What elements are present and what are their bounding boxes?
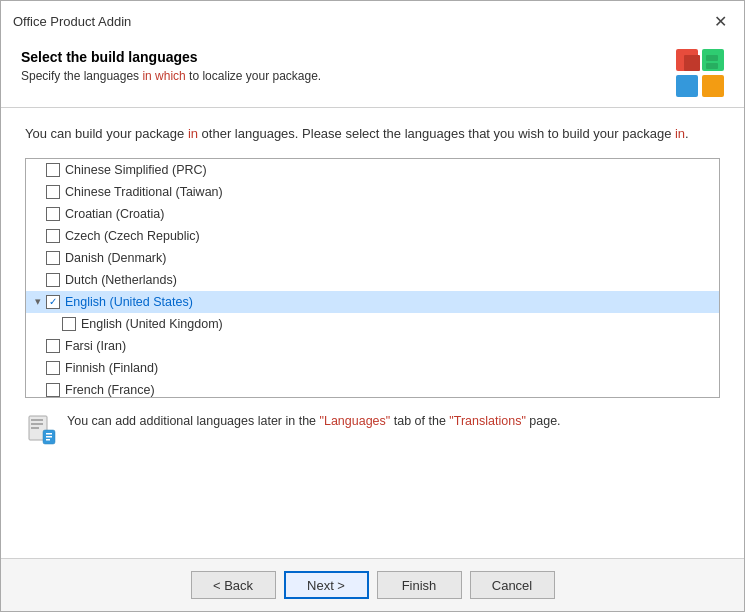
item-label-english-us: English (United States): [65, 295, 193, 309]
hint-section: You can add additional languages later i…: [25, 412, 720, 446]
description: You can build your package in other lang…: [25, 124, 720, 144]
header-title: Select the build languages: [21, 49, 660, 65]
checkbox-french[interactable]: [46, 383, 60, 397]
svg-rect-2: [676, 75, 698, 97]
header-text: Select the build languages Specify the l…: [21, 49, 660, 83]
list-item[interactable]: Danish (Denmark): [26, 247, 719, 269]
footer: < Back Next > Finish Cancel: [1, 558, 744, 611]
item-label-farsi: Farsi (Iran): [65, 339, 126, 353]
svg-rect-3: [702, 75, 724, 97]
list-item-english-us[interactable]: ▾ ✓ English (United States): [26, 291, 719, 313]
title-bar: Office Product Addin ✕: [1, 1, 744, 39]
checkbox-chinese-traditional[interactable]: [46, 185, 60, 199]
svg-rect-4: [684, 55, 700, 71]
back-button[interactable]: < Back: [191, 571, 276, 599]
list-item[interactable]: Dutch (Netherlands): [26, 269, 719, 291]
title-bar-text: Office Product Addin: [13, 14, 131, 29]
finish-button[interactable]: Finish: [377, 571, 462, 599]
list-item[interactable]: Czech (Czech Republic): [26, 225, 719, 247]
item-label-czech: Czech (Czech Republic): [65, 229, 200, 243]
checkbox-english-us[interactable]: ✓: [46, 295, 60, 309]
checkbox-finnish[interactable]: [46, 361, 60, 375]
svg-rect-6: [706, 63, 718, 69]
checkbox-czech[interactable]: [46, 229, 60, 243]
header-subtitle: Specify the languages in which to locali…: [21, 69, 660, 83]
list-item[interactable]: Chinese Traditional (Taiwan): [26, 181, 719, 203]
list-item[interactable]: French (France): [26, 379, 719, 397]
office-icon: [676, 49, 724, 97]
list-item[interactable]: Croatian (Croatia): [26, 203, 719, 225]
item-label-english-uk: English (United Kingdom): [81, 317, 223, 331]
svg-rect-13: [46, 436, 52, 438]
close-button[interactable]: ✕: [708, 9, 732, 33]
next-button[interactable]: Next >: [284, 571, 369, 599]
checkbox-chinese-simplified[interactable]: [46, 163, 60, 177]
item-label-chinese-traditional: Chinese Traditional (Taiwan): [65, 185, 223, 199]
list-item[interactable]: Farsi (Iran): [26, 335, 719, 357]
item-label-french: French (France): [65, 383, 155, 397]
hint-icon: [25, 414, 57, 446]
svg-rect-12: [46, 433, 52, 435]
header-section: Select the build languages Specify the l…: [1, 39, 744, 107]
item-label-dutch: Dutch (Netherlands): [65, 273, 177, 287]
svg-rect-10: [31, 427, 39, 429]
item-label-finnish: Finnish (Finland): [65, 361, 158, 375]
language-list-container: Chinese Simplified (PRC) Chinese Traditi…: [25, 158, 720, 398]
list-item[interactable]: Chinese Simplified (PRC): [26, 159, 719, 181]
svg-rect-9: [31, 423, 43, 425]
content-area: You can build your package in other lang…: [1, 108, 744, 558]
svg-rect-8: [31, 419, 43, 421]
item-label-chinese-simplified: Chinese Simplified (PRC): [65, 163, 207, 177]
svg-rect-5: [706, 55, 718, 61]
checkbox-english-uk[interactable]: [62, 317, 76, 331]
hint-text: You can add additional languages later i…: [67, 412, 561, 431]
checkbox-danish[interactable]: [46, 251, 60, 265]
item-label-danish: Danish (Denmark): [65, 251, 166, 265]
checkbox-croatian[interactable]: [46, 207, 60, 221]
item-label-croatian: Croatian (Croatia): [65, 207, 164, 221]
checkbox-farsi[interactable]: [46, 339, 60, 353]
list-item[interactable]: Finnish (Finland): [26, 357, 719, 379]
checkbox-dutch[interactable]: [46, 273, 60, 287]
language-list[interactable]: Chinese Simplified (PRC) Chinese Traditi…: [26, 159, 719, 397]
cancel-button[interactable]: Cancel: [470, 571, 555, 599]
svg-rect-14: [46, 439, 50, 441]
list-item-english-uk[interactable]: English (United Kingdom): [26, 313, 719, 335]
expand-icon-english-us: ▾: [30, 295, 46, 308]
header-subtitle-highlight: in which: [142, 69, 185, 83]
dialog: Office Product Addin ✕ Select the build …: [0, 0, 745, 612]
